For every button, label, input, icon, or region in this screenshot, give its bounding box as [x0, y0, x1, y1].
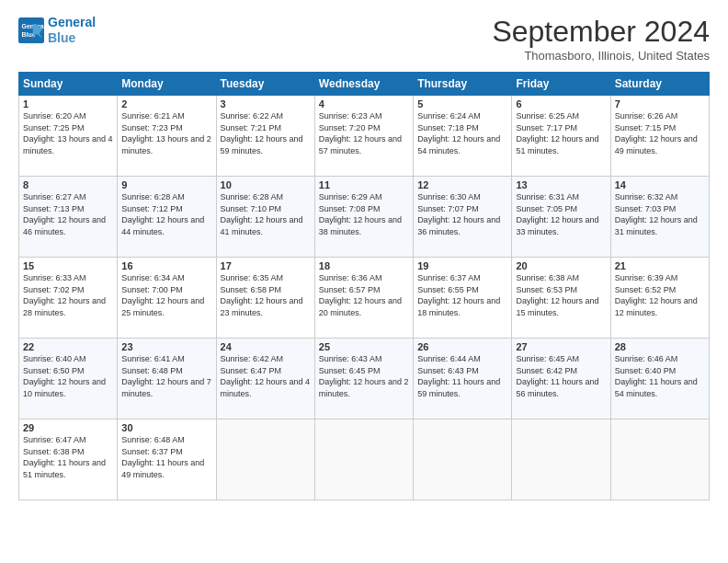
table-row: 12Sunrise: 6:30 AMSunset: 7:07 PMDayligh…: [414, 177, 512, 258]
table-row: 25Sunrise: 6:43 AMSunset: 6:45 PMDayligh…: [314, 339, 413, 419]
table-row: 8Sunrise: 6:27 AMSunset: 7:13 PMDaylight…: [19, 177, 118, 258]
day-number: 4: [319, 98, 409, 109]
page: General Blue GeneralBlue September 2024 …: [0, 0, 728, 563]
day-number: 22: [23, 341, 113, 352]
col-wednesday: Wednesday: [314, 73, 413, 96]
calendar-week-row: 8Sunrise: 6:27 AMSunset: 7:13 PMDaylight…: [19, 177, 710, 258]
location: Thomasboro, Illinois, United States: [492, 49, 710, 63]
day-info: Sunrise: 6:44 AMSunset: 6:43 PMDaylight:…: [417, 353, 507, 399]
table-row: [414, 419, 512, 500]
table-row: 6Sunrise: 6:25 AMSunset: 7:17 PMDaylight…: [512, 96, 610, 177]
col-sunday: Sunday: [19, 73, 118, 96]
col-friday: Friday: [512, 73, 610, 96]
day-number: 9: [121, 179, 211, 190]
day-info: Sunrise: 6:28 AMSunset: 7:10 PMDaylight:…: [221, 191, 311, 237]
day-info: Sunrise: 6:22 AMSunset: 7:21 PMDaylight:…: [221, 110, 311, 156]
day-number: 13: [516, 179, 606, 190]
table-row: 4Sunrise: 6:23 AMSunset: 7:20 PMDaylight…: [314, 96, 413, 177]
month-year: September 2024: [492, 15, 710, 49]
day-info: Sunrise: 6:42 AMSunset: 6:47 PMDaylight:…: [221, 353, 311, 399]
header: General Blue GeneralBlue September 2024 …: [18, 15, 710, 63]
day-info: Sunrise: 6:27 AMSunset: 7:13 PMDaylight:…: [23, 191, 113, 237]
day-info: Sunrise: 6:43 AMSunset: 6:45 PMDaylight:…: [319, 353, 409, 399]
table-row: 19Sunrise: 6:37 AMSunset: 6:55 PMDayligh…: [414, 258, 512, 339]
table-row: 27Sunrise: 6:45 AMSunset: 6:42 PMDayligh…: [512, 339, 610, 419]
day-number: 28: [615, 341, 705, 352]
table-row: [610, 419, 709, 500]
day-number: 23: [121, 341, 211, 352]
day-info: Sunrise: 6:39 AMSunset: 6:52 PMDaylight:…: [615, 272, 705, 318]
calendar: Sunday Monday Tuesday Wednesday Thursday…: [18, 72, 710, 500]
day-number: 10: [221, 179, 311, 190]
day-number: 7: [615, 98, 705, 109]
col-saturday: Saturday: [610, 73, 709, 96]
day-info: Sunrise: 6:31 AMSunset: 7:05 PMDaylight:…: [516, 191, 606, 237]
table-row: 2Sunrise: 6:21 AMSunset: 7:23 PMDaylight…: [118, 96, 216, 177]
day-info: Sunrise: 6:21 AMSunset: 7:23 PMDaylight:…: [121, 110, 211, 156]
table-row: 20Sunrise: 6:38 AMSunset: 6:53 PMDayligh…: [512, 258, 610, 339]
day-number: 14: [615, 179, 705, 190]
table-row: 16Sunrise: 6:34 AMSunset: 7:00 PMDayligh…: [118, 258, 216, 339]
day-number: 30: [121, 422, 211, 433]
day-number: 24: [221, 341, 311, 352]
table-row: 14Sunrise: 6:32 AMSunset: 7:03 PMDayligh…: [610, 177, 709, 258]
logo: General Blue GeneralBlue: [18, 15, 96, 46]
title-block: September 2024 Thomasboro, Illinois, Uni…: [492, 15, 710, 63]
table-row: 7Sunrise: 6:26 AMSunset: 7:15 PMDaylight…: [610, 96, 709, 177]
day-number: 17: [221, 260, 311, 271]
calendar-header-row: Sunday Monday Tuesday Wednesday Thursday…: [19, 73, 710, 96]
calendar-week-row: 1Sunrise: 6:20 AMSunset: 7:25 PMDaylight…: [19, 96, 710, 177]
table-row: [314, 419, 413, 500]
day-info: Sunrise: 6:20 AMSunset: 7:25 PMDaylight:…: [23, 110, 113, 156]
calendar-week-row: 15Sunrise: 6:33 AMSunset: 7:02 PMDayligh…: [19, 258, 710, 339]
day-info: Sunrise: 6:30 AMSunset: 7:07 PMDaylight:…: [417, 191, 507, 237]
table-row: 26Sunrise: 6:44 AMSunset: 6:43 PMDayligh…: [414, 339, 512, 419]
day-info: Sunrise: 6:29 AMSunset: 7:08 PMDaylight:…: [319, 191, 409, 237]
day-info: Sunrise: 6:48 AMSunset: 6:37 PMDaylight:…: [121, 434, 211, 480]
day-info: Sunrise: 6:28 AMSunset: 7:12 PMDaylight:…: [121, 191, 211, 237]
logo-text: GeneralBlue: [48, 15, 96, 46]
day-number: 29: [23, 422, 113, 433]
day-info: Sunrise: 6:40 AMSunset: 6:50 PMDaylight:…: [23, 353, 113, 399]
table-row: 23Sunrise: 6:41 AMSunset: 6:48 PMDayligh…: [118, 339, 216, 419]
day-number: 27: [516, 341, 606, 352]
day-info: Sunrise: 6:26 AMSunset: 7:15 PMDaylight:…: [615, 110, 705, 156]
day-number: 5: [417, 98, 507, 109]
table-row: 11Sunrise: 6:29 AMSunset: 7:08 PMDayligh…: [314, 177, 413, 258]
calendar-week-row: 29Sunrise: 6:47 AMSunset: 6:38 PMDayligh…: [19, 419, 710, 500]
table-row: 3Sunrise: 6:22 AMSunset: 7:21 PMDaylight…: [216, 96, 314, 177]
table-row: 13Sunrise: 6:31 AMSunset: 7:05 PMDayligh…: [512, 177, 610, 258]
day-info: Sunrise: 6:25 AMSunset: 7:17 PMDaylight:…: [516, 110, 606, 156]
col-tuesday: Tuesday: [216, 73, 314, 96]
day-number: 12: [417, 179, 507, 190]
table-row: 24Sunrise: 6:42 AMSunset: 6:47 PMDayligh…: [216, 339, 314, 419]
table-row: 21Sunrise: 6:39 AMSunset: 6:52 PMDayligh…: [610, 258, 709, 339]
day-info: Sunrise: 6:32 AMSunset: 7:03 PMDaylight:…: [615, 191, 705, 237]
table-row: 22Sunrise: 6:40 AMSunset: 6:50 PMDayligh…: [19, 339, 118, 419]
day-info: Sunrise: 6:41 AMSunset: 6:48 PMDaylight:…: [121, 353, 211, 399]
day-number: 25: [319, 341, 409, 352]
table-row: 18Sunrise: 6:36 AMSunset: 6:57 PMDayligh…: [314, 258, 413, 339]
day-number: 3: [221, 98, 311, 109]
col-monday: Monday: [118, 73, 216, 96]
day-info: Sunrise: 6:37 AMSunset: 6:55 PMDaylight:…: [417, 272, 507, 318]
table-row: 10Sunrise: 6:28 AMSunset: 7:10 PMDayligh…: [216, 177, 314, 258]
day-number: 20: [516, 260, 606, 271]
table-row: 1Sunrise: 6:20 AMSunset: 7:25 PMDaylight…: [19, 96, 118, 177]
day-number: 8: [23, 179, 113, 190]
col-thursday: Thursday: [414, 73, 512, 96]
table-row: 9Sunrise: 6:28 AMSunset: 7:12 PMDaylight…: [118, 177, 216, 258]
day-info: Sunrise: 6:35 AMSunset: 6:58 PMDaylight:…: [221, 272, 311, 318]
day-info: Sunrise: 6:38 AMSunset: 6:53 PMDaylight:…: [516, 272, 606, 318]
logo-icon: General Blue: [18, 17, 44, 43]
table-row: 17Sunrise: 6:35 AMSunset: 6:58 PMDayligh…: [216, 258, 314, 339]
day-info: Sunrise: 6:45 AMSunset: 6:42 PMDaylight:…: [516, 353, 606, 399]
day-number: 26: [417, 341, 507, 352]
table-row: 5Sunrise: 6:24 AMSunset: 7:18 PMDaylight…: [414, 96, 512, 177]
day-info: Sunrise: 6:36 AMSunset: 6:57 PMDaylight:…: [319, 272, 409, 318]
table-row: 15Sunrise: 6:33 AMSunset: 7:02 PMDayligh…: [19, 258, 118, 339]
day-number: 2: [121, 98, 211, 109]
day-number: 15: [23, 260, 113, 271]
day-number: 19: [417, 260, 507, 271]
day-number: 16: [121, 260, 211, 271]
